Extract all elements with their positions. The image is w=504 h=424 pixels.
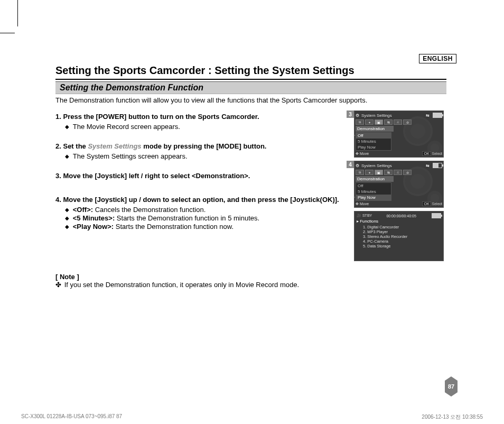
screen-title-3: System Settings: [361, 113, 424, 118]
step-4-opt-off: <Off>: Cancels the Demonstration functio…: [65, 206, 351, 214]
menu-item-playnow: Play Now: [356, 195, 391, 200]
step-3-head: Move the [Joystick] left / right to sele…: [63, 172, 250, 180]
step-3: Move the [Joystick] left / right to sele…: [55, 172, 351, 180]
figure-4: 4 ⚙ System Settings ⇆ ⧉ ✦ ▣ ⇆ ♫: [354, 161, 446, 208]
tab-icon: ♫: [394, 119, 402, 125]
screen-title-4: System Settings: [361, 163, 424, 168]
usb-icon: ⇆: [426, 163, 430, 168]
step-2-em: System Settings: [88, 142, 141, 150]
battery-icon: [433, 163, 442, 168]
usb-icon: ⇆: [426, 113, 430, 118]
figures-column: 3 ⚙ System Settings ⇆ ⧉ ✦ ▣ ⇆ ♫: [354, 110, 446, 264]
footer-right: 2006-12-13 오전 10:38:55: [422, 413, 483, 421]
demo-item: 4. PC-Camera: [363, 239, 442, 244]
opt-playnow-label: <Play Now>:: [73, 223, 114, 231]
tab-icon: ▣: [375, 119, 383, 125]
figure-3: 3 ⚙ System Settings ⇆ ⧉ ✦ ▣ ⇆ ♫: [354, 110, 446, 158]
opt-5min-label: <5 Minutes>:: [73, 214, 115, 222]
stby-label: STBY: [362, 214, 372, 217]
move-hint-3: ✥ Move: [356, 152, 369, 156]
figure-3-number: 3: [347, 110, 354, 118]
figure-4-number: 4: [347, 161, 354, 168]
crop-mark-horizontal: [0, 33, 15, 33]
menu-item-off: Off: [356, 133, 391, 139]
page-content: Setting the Sports Camcorder : Setting t…: [55, 64, 446, 289]
step-2-head: Set the System Settings mode by pressing…: [63, 142, 266, 150]
lcd-screen-3: ⚙ System Settings ⇆ ⧉ ✦ ▣ ⇆ ♫ ⚙ Demonstr…: [354, 110, 444, 158]
tab-icon: ♫: [394, 170, 402, 175]
page-title: Setting the Sports Camcorder : Setting t…: [55, 64, 446, 80]
menu-section-label-4: Demonstration: [356, 176, 394, 182]
step-2-post: mode by pressing the [MODE] button.: [142, 142, 267, 150]
footer-left: SC-X300L 01228A-IB-USA 073~095.i87 87: [21, 413, 122, 421]
page-number-badge: 87: [445, 381, 458, 392]
step-1-head: Press the [POWER] button to turn on the …: [63, 113, 259, 121]
menu-item-5min: 5 Minutes: [356, 139, 391, 144]
step-4-opt-5min: <5 Minutes>: Starts the Demonstration fu…: [65, 214, 351, 222]
opt-off-label: <Off>:: [73, 206, 93, 214]
footer: SC-X300L 01228A-IB-USA 073~095.i87 87 20…: [21, 413, 483, 421]
gear-bg-icon: [405, 118, 442, 155]
language-badge: ENGLISH: [419, 54, 456, 63]
step-2-bullet: The System Settings screen appears.: [65, 152, 351, 160]
functions-label: Functions: [360, 219, 378, 224]
move-hint-4: ✥ Move: [356, 202, 369, 206]
steps-column: Press the [POWER] button to turn on the …: [55, 113, 351, 289]
tab-icon: ⇆: [384, 170, 393, 175]
crop-mark-vertical: [17, 0, 18, 26]
tab-icon: ⧉: [356, 170, 364, 175]
step-4-head: Move the [Joystick] up / down to select …: [63, 196, 339, 204]
demo-item: 5. Data Storage: [363, 244, 442, 248]
step-2: Set the System Settings mode by pressing…: [55, 142, 351, 160]
demo-functions-title: ▸ Functions: [356, 219, 442, 224]
menu-item-5min: 5 Minutes: [356, 189, 391, 195]
step-4: Move the [Joystick] up / down to select …: [55, 196, 351, 231]
figure-demo: 🎥 STBY 00:00:00/00:40:05 ▸ Functions 1. …: [354, 211, 446, 261]
step-2-pre: Set the: [63, 142, 88, 150]
step-4-opt-playnow: <Play Now>: Starts the Demonstration fun…: [65, 223, 351, 231]
gear-icon: ⚙: [356, 163, 359, 168]
menu-item-playnow: Play Now: [356, 144, 391, 150]
intro-text: The Demonstration function will allow yo…: [55, 96, 446, 104]
move-label: Move: [360, 202, 369, 206]
camcorder-icon: 🎥 STBY: [357, 214, 372, 218]
gear-bg-icon: [405, 169, 442, 206]
demo-item: 2. MP3 Player: [363, 229, 442, 234]
menu-section-label-3: Demonstration: [356, 126, 394, 132]
battery-icon: [432, 213, 441, 218]
demo-item: 3. Stereo Audio Recorder: [363, 234, 442, 239]
timecode: 00:00:00/00:40:05: [386, 214, 416, 218]
menu-3: Off 5 Minutes Play Now: [356, 132, 391, 151]
step-1-bullet: The Movie Record screen appears.: [65, 123, 351, 131]
move-label: Move: [360, 152, 369, 155]
battery-icon: [433, 113, 442, 118]
tab-icon: ⧉: [356, 119, 364, 125]
demo-function-list: 1. Digital Camcorder 2. MP3 Player 3. St…: [358, 225, 442, 248]
tab-icon: ✦: [365, 119, 374, 125]
step-1: Press the [POWER] button to turn on the …: [55, 113, 351, 131]
tab-icon: ✦: [365, 170, 374, 175]
lcd-screen-demo: 🎥 STBY 00:00:00/00:40:05 ▸ Functions 1. …: [354, 211, 444, 261]
subsection-title: Setting the Demonstration Function: [55, 81, 446, 94]
menu-item-off: Off: [356, 183, 391, 189]
tab-icon: ⇆: [384, 119, 393, 125]
menu-4: Off 5 Minutes Play Now: [356, 182, 391, 201]
note-body: If you set the Demonstration function, i…: [55, 281, 351, 289]
opt-off-desc: Cancels the Demonstration function.: [93, 206, 206, 214]
tab-icon: ▣: [375, 170, 383, 175]
lcd-screen-4: ⚙ System Settings ⇆ ⧉ ✦ ▣ ⇆ ♫ ⚙ Demonstr…: [354, 161, 444, 208]
gear-icon: ⚙: [356, 113, 359, 118]
note-heading: [ Note ]: [55, 273, 351, 281]
opt-playnow-desc: Starts the Demonstration function now.: [114, 223, 234, 231]
demo-item: 1. Digital Camcorder: [363, 225, 442, 229]
opt-5min-desc: Starts the Demonstration function in 5 m…: [115, 214, 259, 222]
